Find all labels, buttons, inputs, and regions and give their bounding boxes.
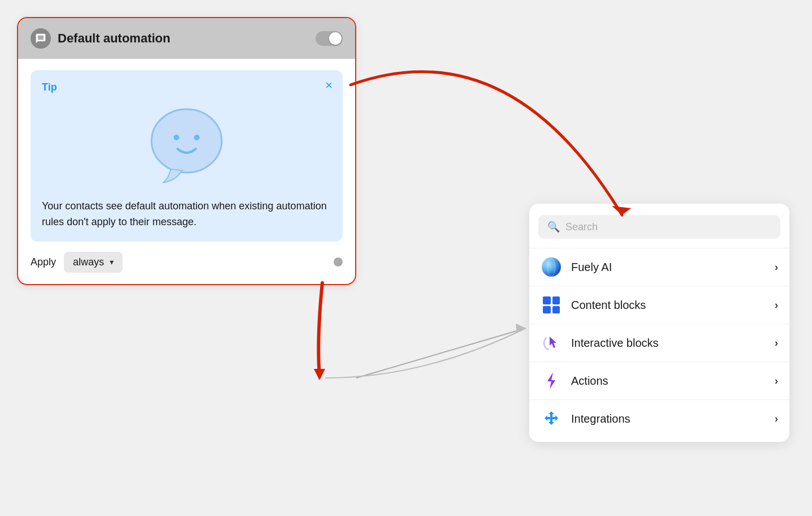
apply-label: Apply — [31, 256, 56, 268]
svg-marker-5 — [314, 369, 325, 380]
connector-dot — [334, 257, 343, 266]
fuely-ai-label: Fuely AI — [571, 261, 766, 274]
search-bar[interactable]: 🔍 Search — [538, 215, 780, 239]
dropdown-value: always — [73, 256, 104, 268]
svg-marker-6 — [516, 324, 526, 333]
blocks-panel: 🔍 Search Fuely AI › Content blocks › Int… — [529, 204, 789, 442]
tip-close-button[interactable]: × — [325, 79, 332, 92]
actions-icon — [541, 370, 562, 392]
card-title: Default automation — [58, 31, 309, 46]
fuely-ai-icon — [541, 256, 562, 278]
panel-item-integrations[interactable]: Integrations › — [529, 399, 789, 437]
chevron-right-icon: › — [775, 375, 778, 387]
tip-label: Tip — [42, 81, 331, 93]
interactive-blocks-icon — [541, 332, 562, 354]
tip-box: Tip × Your contacts see default automati… — [31, 70, 343, 242]
content-blocks-label: Content blocks — [571, 299, 766, 312]
svg-point-1 — [174, 135, 179, 140]
interactive-blocks-label: Interactive blocks — [571, 337, 766, 350]
apply-dropdown[interactable]: always ▾ — [64, 252, 123, 273]
chevron-right-icon: › — [775, 299, 778, 311]
panel-item-actions[interactable]: Actions › — [529, 362, 789, 399]
chat-icon — [31, 28, 51, 49]
tip-illustration — [42, 102, 331, 187]
chevron-right-icon: › — [775, 261, 778, 273]
automation-toggle[interactable] — [316, 31, 343, 46]
automation-card: Default automation Tip × Your co — [17, 17, 356, 285]
panel-item-interactive-blocks[interactable]: Interactive blocks › — [529, 324, 789, 362]
card-header: Default automation — [18, 18, 355, 59]
tip-text: Your contacts see default automation whe… — [42, 199, 331, 230]
svg-line-4 — [356, 328, 526, 378]
svg-point-2 — [194, 135, 200, 140]
content-blocks-icon — [541, 294, 562, 316]
integrations-icon — [541, 408, 562, 429]
search-input[interactable]: Search — [565, 221, 598, 233]
panel-item-fuely-ai[interactable]: Fuely AI › — [529, 248, 789, 286]
svg-point-0 — [152, 109, 222, 173]
panel-item-content-blocks[interactable]: Content blocks › — [529, 286, 789, 324]
search-icon: 🔍 — [547, 221, 560, 233]
integrations-label: Integrations — [571, 412, 766, 425]
actions-label: Actions — [571, 375, 766, 388]
chevron-down-icon: ▾ — [110, 257, 114, 266]
chevron-right-icon: › — [775, 337, 778, 349]
chevron-right-icon: › — [775, 413, 778, 425]
card-body: Tip × Your contacts see default automati… — [18, 59, 355, 242]
card-footer: Apply always ▾ — [18, 242, 355, 284]
